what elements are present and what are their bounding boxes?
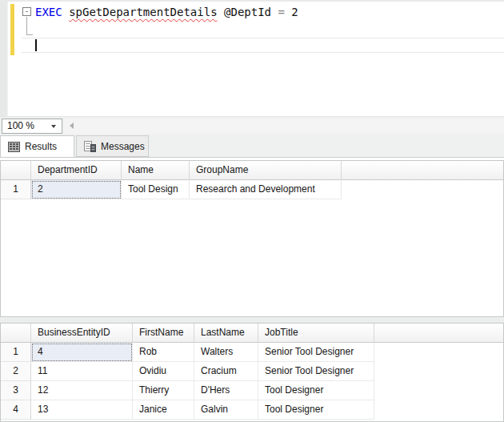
cell[interactable]: Thierry bbox=[133, 381, 194, 400]
column-header-businessentityid[interactable]: BusinessEntityID bbox=[31, 324, 133, 343]
column-header-jobtitle[interactable]: JobTitle bbox=[258, 324, 374, 343]
cell[interactable]: Tool Design bbox=[122, 180, 190, 199]
results-grid-employees: BusinessEntityIDFirstNameLastNameJobTitl… bbox=[0, 323, 504, 422]
column-header-lastname[interactable]: LastName bbox=[194, 324, 258, 343]
cell[interactable]: 4 bbox=[31, 343, 133, 362]
parameter-value: 2 bbox=[291, 6, 298, 18]
zoom-level-select[interactable]: 100 % bbox=[2, 119, 62, 134]
parameter-name: @DeptId bbox=[224, 6, 271, 18]
cell[interactable]: Research and Development bbox=[190, 180, 342, 199]
row-header-corner[interactable] bbox=[1, 324, 31, 343]
results-grid-icon bbox=[8, 142, 20, 152]
current-line-highlight bbox=[22, 38, 504, 53]
code-fold-collapse-icon[interactable]: - bbox=[22, 7, 31, 16]
cell[interactable]: Senior Tool Designer bbox=[258, 343, 374, 362]
track-changes-bar bbox=[10, 4, 14, 55]
results-grid-department: DepartmentIDNameGroupName12Tool DesignRe… bbox=[0, 160, 504, 317]
results-pane-tabbar: Results Messages bbox=[0, 135, 504, 157]
cell[interactable]: Rob bbox=[133, 343, 194, 362]
tab-results[interactable]: Results bbox=[0, 135, 74, 157]
column-header-groupname[interactable]: GroupName bbox=[190, 161, 342, 180]
row-number[interactable]: 4 bbox=[1, 400, 31, 420]
scroll-left-arrow-icon bbox=[70, 123, 74, 129]
sql-statement-line: EXEC spGetDepartmentDetails @DeptId = 2 bbox=[35, 6, 298, 18]
editor-horizontal-scrollbar[interactable] bbox=[64, 119, 504, 134]
fold-region-end-tick bbox=[26, 34, 33, 35]
row-number[interactable]: 2 bbox=[1, 362, 31, 381]
table-row: 312ThierryD'HersTool Designer bbox=[1, 381, 503, 400]
zoom-level-value: 100 % bbox=[7, 120, 34, 131]
column-header-departmentid[interactable]: DepartmentID bbox=[31, 161, 122, 180]
cell[interactable]: 11 bbox=[31, 362, 133, 381]
cell[interactable]: Galvin bbox=[194, 400, 258, 420]
header-filler bbox=[374, 324, 503, 343]
column-header-name[interactable]: Name bbox=[122, 161, 190, 180]
tab-results-label: Results bbox=[25, 141, 57, 152]
table-row: 14RobWaltersSenior Tool Designer bbox=[1, 343, 503, 362]
sql-keyword: EXEC bbox=[35, 6, 62, 18]
table-row: 413JaniceGalvinTool Designer bbox=[1, 400, 503, 420]
scroll-left-button[interactable] bbox=[67, 121, 77, 131]
tab-messages[interactable]: Messages bbox=[76, 135, 149, 157]
cell[interactable]: Janice bbox=[133, 400, 194, 420]
cell[interactable]: D'Hers bbox=[194, 381, 258, 400]
fold-region-line bbox=[26, 17, 27, 34]
stored-procedure-name: spGetDepartmentDetails bbox=[69, 6, 217, 18]
cell[interactable]: Tool Designer bbox=[258, 400, 374, 420]
messages-document-icon bbox=[84, 141, 96, 152]
cell[interactable]: Ovidiu bbox=[133, 362, 194, 381]
editor-indicator-margin bbox=[0, 2, 8, 116]
row-number[interactable]: 3 bbox=[1, 381, 31, 400]
editor-bottom-bar: 100 % bbox=[0, 116, 504, 135]
row-number[interactable]: 1 bbox=[1, 343, 31, 362]
cell[interactable]: Senior Tool Designer bbox=[258, 362, 374, 381]
cell[interactable]: 12 bbox=[31, 381, 133, 400]
row-number[interactable]: 1 bbox=[1, 180, 31, 199]
chevron-down-icon bbox=[51, 125, 56, 128]
table-row: 211OvidiuCraciumSenior Tool Designer bbox=[1, 362, 503, 381]
cell[interactable]: Walters bbox=[194, 343, 258, 362]
tab-messages-label: Messages bbox=[101, 141, 145, 152]
grid-header-row: BusinessEntityIDFirstNameLastNameJobTitl… bbox=[1, 324, 503, 343]
cell[interactable]: 13 bbox=[31, 400, 133, 420]
ssms-query-window: - EXEC spGetDepartmentDetails @DeptId = … bbox=[0, 0, 504, 422]
row-header-corner[interactable] bbox=[1, 161, 31, 180]
table-row: 12Tool DesignResearch and Development bbox=[1, 180, 503, 199]
cell[interactable]: Cracium bbox=[194, 362, 258, 381]
column-header-firstname[interactable]: FirstName bbox=[133, 324, 194, 343]
grid-header-row: DepartmentIDNameGroupName bbox=[1, 161, 503, 180]
grid-splitter[interactable] bbox=[0, 317, 504, 323]
header-filler bbox=[342, 161, 503, 180]
text-caret bbox=[35, 39, 37, 51]
cell[interactable]: 2 bbox=[31, 180, 122, 199]
sql-editor[interactable]: - EXEC spGetDepartmentDetails @DeptId = … bbox=[0, 0, 504, 116]
cell[interactable]: Tool Designer bbox=[258, 381, 374, 400]
equals-operator: = bbox=[278, 6, 284, 18]
